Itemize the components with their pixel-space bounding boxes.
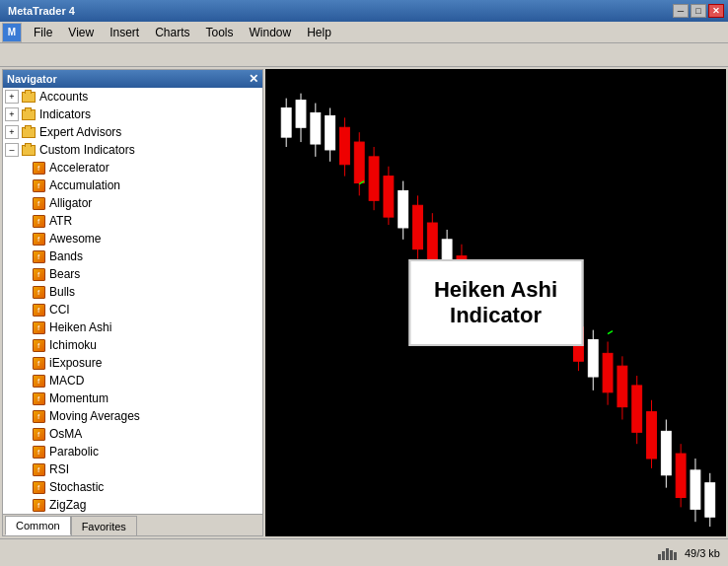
indicator-icon: f	[31, 178, 46, 192]
svg-rect-46	[691, 470, 700, 509]
svg-rect-34	[603, 353, 613, 392]
chart-label: Heiken Ashi Indicator	[408, 259, 583, 346]
list-item[interactable]: f Alligator	[3, 194, 262, 212]
list-item[interactable]: f iExposure	[3, 354, 262, 372]
list-item[interactable]: f ATR	[3, 212, 262, 230]
indicator-icon: f	[31, 232, 46, 246]
indicator-icon: f	[31, 267, 46, 281]
tree-area[interactable]: + Accounts + Indicators +	[3, 88, 262, 514]
title-bar: MetaTrader 4 ─ □ ✕	[0, 0, 728, 22]
list-item[interactable]: f Parabolic	[3, 443, 262, 460]
chart-label-line1: Heiken Ashi	[434, 277, 557, 303]
list-item[interactable]: f Awesome	[3, 230, 262, 248]
list-item[interactable]: f Moving Averages	[3, 407, 262, 425]
svg-rect-36	[618, 366, 627, 406]
app-logo: M	[2, 23, 22, 42]
indicator-icon: f	[31, 427, 46, 441]
tree-indicators[interactable]: + Indicators	[3, 106, 262, 123]
list-item[interactable]: f ZigZag	[3, 496, 262, 514]
svg-rect-4	[296, 101, 306, 128]
menu-bar: M File View Insert Charts Tools Window H…	[0, 22, 728, 43]
indicator-icon: f	[31, 196, 46, 210]
tree-accounts[interactable]: + Accounts	[3, 88, 262, 106]
list-item[interactable]: f Bulls	[3, 283, 262, 301]
tab-common[interactable]: Common	[5, 516, 71, 535]
ea-label: Expert Advisors	[39, 125, 121, 139]
tab-favorites[interactable]: Favorites	[71, 516, 137, 535]
list-item[interactable]: f RSI	[3, 460, 262, 478]
indicator-icon: f	[31, 303, 46, 317]
list-item[interactable]: f Bears	[3, 265, 262, 283]
list-item[interactable]: f Stochastic	[3, 478, 262, 496]
list-item[interactable]: f Bands	[3, 248, 262, 265]
indicator-icon: f	[31, 320, 46, 334]
svg-rect-20	[413, 205, 423, 248]
svg-rect-40	[647, 412, 657, 459]
bars-icon	[658, 546, 677, 560]
indicator-icon: f	[31, 249, 46, 263]
navigator-title: Navigator	[7, 73, 57, 85]
indicator-icon: f	[31, 409, 46, 423]
svg-rect-10	[340, 127, 350, 165]
list-item[interactable]: f Momentum	[3, 389, 262, 407]
custom-toggle[interactable]: –	[5, 143, 19, 157]
status-bar: 49/3 kb	[0, 538, 728, 566]
tree-custom-indicators[interactable]: – Custom Indicators	[3, 141, 262, 159]
maximize-button[interactable]: □	[691, 4, 706, 18]
indicator-icon: f	[31, 374, 46, 388]
svg-rect-38	[632, 386, 642, 432]
svg-rect-6	[311, 112, 321, 144]
menu-window[interactable]: Window	[242, 24, 300, 41]
indicator-icon: f	[31, 356, 46, 370]
indicator-icon: f	[31, 285, 46, 299]
list-item[interactable]: f Ichimoku	[3, 336, 262, 354]
list-item[interactable]: f Accumulation	[3, 177, 262, 194]
svg-rect-48	[705, 483, 715, 518]
svg-rect-44	[676, 454, 686, 497]
indicators-toggle[interactable]: +	[5, 107, 19, 121]
main-area: Navigator ✕ + Accounts +	[0, 67, 728, 538]
menu-insert[interactable]: Insert	[102, 24, 147, 41]
accounts-toggle[interactable]: +	[5, 90, 19, 104]
indicator-icon: f	[31, 462, 46, 476]
indicators-label: Indicators	[39, 107, 91, 121]
svg-rect-16	[384, 177, 394, 217]
menu-tools[interactable]: Tools	[198, 24, 242, 41]
list-item[interactable]: f OsMA	[3, 425, 262, 443]
indicator-icon: f	[31, 161, 46, 175]
menu-view[interactable]: View	[60, 24, 102, 41]
menu-help[interactable]: Help	[299, 24, 339, 41]
close-button[interactable]: ✕	[708, 4, 724, 18]
svg-rect-42	[661, 431, 671, 474]
indicator-icon: f	[31, 498, 46, 512]
minimize-button[interactable]: ─	[673, 4, 689, 18]
indicator-icon: f	[31, 445, 46, 459]
accounts-icon	[21, 90, 36, 104]
chart-area[interactable]: Heiken Ashi Indicator	[265, 69, 726, 536]
list-item[interactable]: f Accelerator	[3, 159, 262, 177]
menu-charts[interactable]: Charts	[147, 24, 197, 41]
toolbar	[0, 43, 728, 67]
menu-file[interactable]: File	[26, 24, 60, 41]
navigator-body: + Accounts + Indicators +	[3, 88, 262, 535]
chart-label-line2: Indicator	[434, 303, 557, 328]
navigator-panel: Navigator ✕ + Accounts +	[2, 69, 263, 536]
tree-expert-advisors[interactable]: + Expert Advisors	[3, 123, 262, 141]
indicator-icon: f	[31, 338, 46, 352]
navigator-close-button[interactable]: ✕	[249, 72, 258, 86]
list-item[interactable]: f Heiken Ashi	[3, 318, 262, 336]
bars-status	[658, 546, 677, 560]
list-item[interactable]: f CCI	[3, 301, 262, 318]
indicator-icon: f	[31, 480, 46, 494]
indicator-icon: f	[31, 214, 46, 228]
svg-rect-18	[399, 190, 408, 228]
svg-rect-2	[281, 108, 291, 138]
svg-rect-8	[326, 115, 335, 150]
svg-rect-32	[588, 340, 598, 378]
custom-indicators-label: Custom Indicators	[39, 143, 135, 157]
accounts-label: Accounts	[39, 90, 88, 104]
ea-toggle[interactable]: +	[5, 125, 19, 139]
indicator-icon: f	[31, 391, 46, 405]
list-item[interactable]: f MACD	[3, 372, 262, 389]
window-controls: ─ □ ✕	[673, 4, 724, 18]
